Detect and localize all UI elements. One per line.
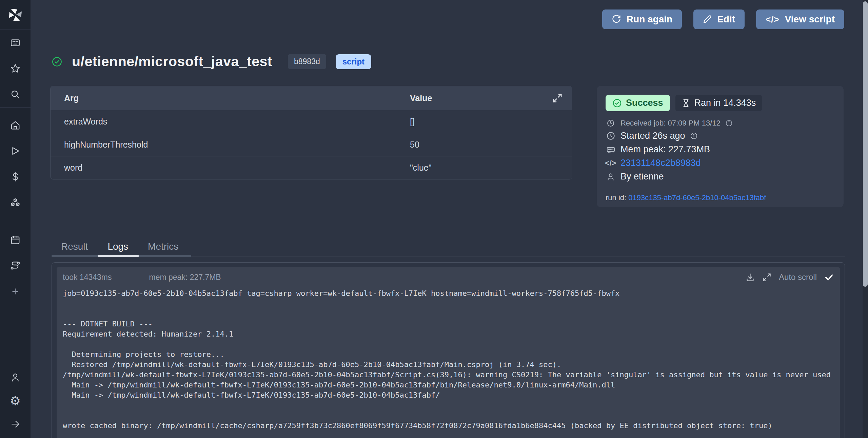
check-circle-icon [612,98,622,108]
home-icon [10,120,20,130]
arg-name: extraWords [51,117,410,127]
sidebar-item-apps[interactable] [0,30,31,56]
table-row: extraWords [] [51,110,572,133]
download-logs-button[interactable] [746,273,755,282]
args-expand-button[interactable] [552,93,563,103]
expand-icon [762,273,771,282]
info-icon[interactable] [690,132,698,140]
mem-peak-label: Mem peak: 227.73MB [620,144,710,155]
sidebar: ⚙ [0,0,31,438]
edit-button[interactable]: Edit [693,9,745,29]
sidebar-item-search[interactable] [0,81,31,107]
args-col-arg: Arg [51,93,410,103]
tab-result[interactable]: Result [61,241,88,252]
arg-value: 50 [410,140,572,150]
play-icon [10,146,20,156]
view-script-button[interactable]: </> View script [756,9,844,29]
run-id-row: run id: 0193c135-ab7d-60e5-2b10-04b5ac13… [606,193,835,202]
sidebar-expand-button[interactable] [0,413,31,435]
args-table-header: Arg Value [51,86,572,110]
expand-icon [552,93,563,103]
sidebar-item-flows[interactable] [0,253,31,279]
script-hash-link[interactable]: 23131148c2b8983d [620,158,701,168]
run-id-label: run id: [606,193,626,202]
sidebar-item-schedules[interactable] [0,227,31,253]
sidebar-divider [0,107,31,108]
result-tabs: Result Logs Metrics [52,237,845,256]
arg-value: [] [410,117,572,127]
gear-icon: ⚙ [10,395,21,407]
info-icon[interactable] [725,119,733,127]
args-col-value: Value [410,93,572,103]
sidebar-item-resources[interactable] [0,190,31,215]
page-title: u/etienne/microsoft_java_test [72,54,272,70]
started-row: Started 26s ago [606,131,835,141]
search-icon [10,89,20,99]
arrow-right-icon [10,419,20,429]
refresh-icon [612,15,621,24]
status-badge: Success [606,95,670,111]
checkmark-icon [824,272,834,282]
code-icon: </> [606,159,616,168]
sidebar-item-settings[interactable]: ⚙ [0,389,31,413]
star-icon [10,63,20,74]
run-id-link[interactable]: 0193c135-ab7d-60e5-2b10-04b5ac13fabf [628,193,766,202]
auto-scroll-checkbox[interactable] [824,272,834,282]
success-check-circle-icon [52,56,62,67]
toolbar: Run again Edit </> View script [602,9,844,29]
received-row: Received job: 07:09 PM 13/12 [606,119,835,128]
arg-value: "clue" [410,163,572,173]
received-label: Received job: 07:09 PM 13/12 [620,119,721,128]
started-label: Started 26s ago [620,131,685,141]
page-scrollbar-track[interactable] [863,0,868,438]
sidebar-item-home[interactable] [0,112,31,138]
script-hash-row: </> 23131148c2b8983d [606,158,835,168]
view-script-label: View script [785,14,835,25]
arg-name: highNumberThreshold [51,140,410,150]
arg-name: word [51,163,410,173]
sidebar-item-add[interactable] [0,279,31,304]
code-icon: </> [766,14,780,25]
log-mem-peak: mem peak: 227.7MB [149,273,221,282]
mem-peak-row: Mem peak: 227.73MB [606,144,835,155]
expand-logs-button[interactable] [762,273,771,282]
hourglass-icon [682,99,690,108]
tab-logs[interactable]: Logs [107,241,128,252]
edit-label: Edit [717,14,735,25]
args-table: Arg Value extraWords [] highNumberThresh… [50,86,572,179]
user-icon [606,172,616,181]
windmill-logo-icon [7,7,23,23]
clock-icon [606,119,616,127]
duration-label: Ran in 14.343s [694,98,756,108]
dollar-icon [10,172,20,182]
user-icon [10,372,20,382]
log-meta-bar: took 14343ms mem peak: 227.7MB Auto scro… [57,267,840,285]
window-grid-icon [10,38,20,48]
pencil-icon [703,15,712,24]
log-panel: took 14343ms mem peak: 227.7MB Auto scro… [57,267,840,438]
title-row: u/etienne/microsoft_java_test b8983d scr… [52,54,371,70]
log-content[interactable]: job=0193c135-ab7d-60e5-2b10-04b5ac13fabf… [57,288,840,431]
status-label: Success [626,98,663,108]
duration-chip: Ran in 14.343s [675,95,762,111]
page-scrollbar-thumb[interactable] [863,1,868,287]
windmill-logo[interactable] [0,0,31,30]
memory-icon [606,145,616,154]
by-user-row: By etienne [606,171,835,182]
sidebar-item-variables[interactable] [0,164,31,190]
run-again-label: Run again [627,14,672,25]
log-container: took 14343ms mem peak: 227.7MB Auto scro… [52,262,845,438]
download-icon [746,273,755,282]
script-kind-badge[interactable]: script [336,54,371,69]
tab-metrics[interactable]: Metrics [148,241,178,252]
route-icon [10,260,21,271]
auto-scroll-label: Auto scroll [779,272,817,282]
log-took: took 14343ms [63,273,112,282]
sidebar-item-favorites[interactable] [0,56,31,81]
calendar-icon [10,235,20,245]
run-again-button[interactable]: Run again [602,9,682,29]
sidebar-item-runs[interactable] [0,138,31,164]
by-user-label: By etienne [620,171,664,182]
sidebar-item-user[interactable] [0,365,31,389]
hash-badge: b8983d [288,54,326,69]
